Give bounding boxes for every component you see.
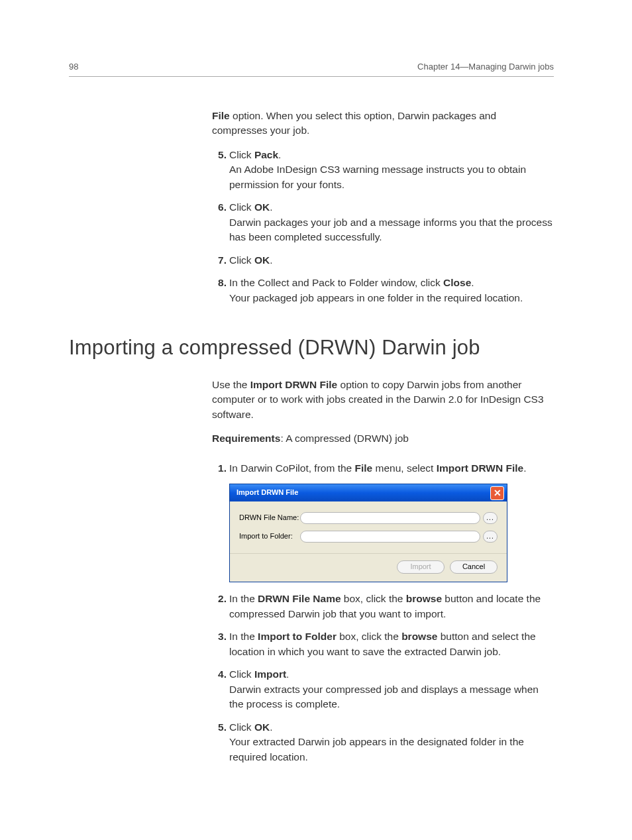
step-8: 8. In the Collect and Pack to Folder win… <box>212 276 554 305</box>
step-6: 6. Click OK. Darwin packages your job an… <box>212 200 554 244</box>
step-text: In the DRWN File Name box, click the bro… <box>229 592 554 621</box>
continuation-text: File option. When you select this option… <box>212 109 554 138</box>
requirements-text: : A compressed (DRWN) job <box>280 433 409 444</box>
import-folder-input[interactable] <box>300 531 480 543</box>
continuation-block: File option. When you select this option… <box>212 109 554 305</box>
import-step-5: 5. Click OK. Your extracted Darwin job a… <box>212 720 554 764</box>
dialog-title: Import DRWN File <box>237 488 298 498</box>
close-icon[interactable]: ✕ <box>490 486 504 500</box>
step-text: Click Import. Darwin extracts your compr… <box>229 667 554 711</box>
continuation-rest: option. When you select this option, Dar… <box>212 110 496 136</box>
import-button[interactable]: Import <box>397 560 445 574</box>
requirements-label: Requirements <box>212 433 280 444</box>
step-number: 6. <box>212 200 227 244</box>
step-text: In Darwin CoPilot, from the File menu, s… <box>229 461 554 476</box>
chapter-label: Chapter 14—Managing Darwin jobs <box>417 61 554 74</box>
page-header: 98 Chapter 14—Managing Darwin jobs <box>69 61 554 77</box>
intro-paragraph: Use the Import DRWN File option to copy … <box>212 378 554 422</box>
section-heading: Importing a compressed (DRWN) Darwin job <box>69 333 554 363</box>
steps-list-top: 5. Click Pack. An Adobe InDesign CS3 war… <box>212 148 554 305</box>
import-step-3: 3. In the Import to Folder box, click th… <box>212 629 554 659</box>
steps-list-import: 1. In Darwin CoPilot, from the File menu… <box>212 461 554 476</box>
import-folder-row: Import to Folder: ... <box>239 531 498 543</box>
drwn-filename-row: DRWN File Name: ... <box>239 512 498 524</box>
step-number: 5. <box>212 148 227 192</box>
drwn-filename-input[interactable] <box>300 512 480 524</box>
step-text: Click OK. Darwin packages your job and a… <box>229 200 554 244</box>
section-body: Use the Import DRWN File option to copy … <box>212 378 554 764</box>
step-number: 5. <box>212 720 227 764</box>
dialog-screenshot: Import DRWN File ✕ DRWN File Name: ... I… <box>229 484 507 582</box>
step-number: 1. <box>212 461 227 476</box>
import-drwn-dialog: Import DRWN File ✕ DRWN File Name: ... I… <box>229 484 507 582</box>
browse-filename-button[interactable]: ... <box>483 512 498 524</box>
import-step-1: 1. In Darwin CoPilot, from the File menu… <box>212 461 554 476</box>
requirements-line: Requirements: A compressed (DRWN) job <box>212 431 554 446</box>
dialog-body: DRWN File Name: ... Import to Folder: ..… <box>230 501 507 553</box>
step-number: 8. <box>212 276 227 305</box>
step-number: 4. <box>212 667 227 711</box>
import-step-4: 4. Click Import. Darwin extracts your co… <box>212 667 554 711</box>
step-text: In the Import to Folder box, click the b… <box>229 629 554 659</box>
document-page: 98 Chapter 14—Managing Darwin jobs File … <box>0 0 632 812</box>
step-number: 3. <box>212 629 227 659</box>
step-text: Click OK. <box>229 253 554 268</box>
step-number: 2. <box>212 592 227 621</box>
step-number: 7. <box>212 253 227 268</box>
cancel-button[interactable]: Cancel <box>450 560 498 574</box>
drwn-filename-label: DRWN File Name: <box>239 513 300 523</box>
step-5: 5. Click Pack. An Adobe InDesign CS3 war… <box>212 148 554 192</box>
steps-list-import-cont: 2. In the DRWN File Name box, click the … <box>212 592 554 764</box>
step-text: In the Collect and Pack to Folder window… <box>229 276 554 305</box>
browse-folder-button[interactable]: ... <box>483 531 498 543</box>
step-7: 7. Click OK. <box>212 253 554 268</box>
step-text: Click OK. Your extracted Darwin job appe… <box>229 720 554 764</box>
dialog-titlebar: Import DRWN File ✕ <box>230 484 507 501</box>
dialog-footer: Import Cancel <box>230 553 507 582</box>
page-number: 98 <box>69 61 78 74</box>
file-option-bold: File <box>212 110 230 121</box>
step-text: Click Pack. An Adobe InDesign CS3 warnin… <box>229 148 554 192</box>
import-folder-label: Import to Folder: <box>239 531 300 542</box>
import-step-2: 2. In the DRWN File Name box, click the … <box>212 592 554 621</box>
